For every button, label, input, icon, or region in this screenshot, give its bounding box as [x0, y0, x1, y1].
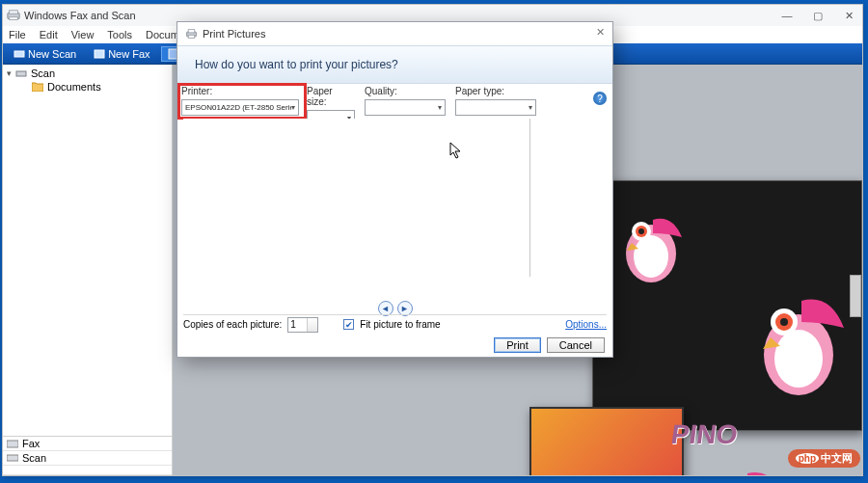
dialog-titlebar: Print Pictures: [177, 22, 612, 45]
menu-view[interactable]: View: [71, 29, 95, 40]
printer-label: Printer:: [181, 86, 299, 96]
sidebar-item-fax[interactable]: Fax: [3, 437, 172, 451]
paper-type-field: Paper type: ▾: [455, 86, 536, 116]
scrollbar-thumb[interactable]: [850, 275, 861, 317]
svg-point-13: [638, 228, 644, 234]
collapse-icon[interactable]: ▾: [7, 68, 12, 78]
dialog-heading: How do you want to print your pictures?: [177, 45, 612, 84]
paper-type-select[interactable]: ▾: [455, 99, 536, 116]
maximize-button[interactable]: ▢: [808, 10, 827, 22]
quality-label: Quality:: [365, 86, 446, 96]
svg-point-18: [780, 318, 788, 326]
watermark-prefix: php: [796, 453, 819, 464]
tree-documents-label: Documents: [47, 81, 101, 93]
svg-rect-2: [10, 17, 18, 20]
fax-icon: [94, 48, 105, 60]
bird-icon-3: [703, 460, 790, 475]
copies-label: Copies of each picture:: [183, 319, 282, 330]
fit-frame-checkbox[interactable]: ✔: [343, 319, 354, 330]
fax-small-icon: [7, 439, 18, 448]
new-fax-label: New Fax: [108, 48, 149, 60]
menu-tools[interactable]: Tools: [107, 29, 132, 40]
menu-edit[interactable]: Edit: [40, 29, 58, 40]
dialog-footer-row: Copies of each picture: 1 ✔ Fit picture …: [183, 314, 607, 334]
new-scan-button[interactable]: New Scan: [7, 46, 83, 62]
tree-root-scan[interactable]: ▾ Scan: [5, 67, 170, 80]
app-title: Windows Fax and Scan: [24, 10, 136, 21]
folder-tree: ▾ Scan Documents: [3, 65, 172, 436]
paper-size-label: Paper size:: [307, 86, 355, 107]
sidebar-spacer: [3, 466, 172, 475]
sidebar-item-scan[interactable]: Scan: [3, 451, 172, 466]
minimize-button[interactable]: —: [777, 10, 797, 22]
svg-rect-1: [10, 11, 18, 14]
chevron-down-icon: ▾: [438, 103, 442, 112]
dialog-close-button[interactable]: ✕: [596, 26, 605, 39]
menu-file[interactable]: File: [9, 29, 26, 40]
dialog-title: Print Pictures: [203, 28, 265, 40]
close-button[interactable]: ✕: [839, 10, 858, 22]
quality-field: Quality: ▾: [365, 86, 446, 116]
print-pictures-dialog: Print Pictures ✕ How do you want to prin…: [176, 21, 613, 358]
copies-value: 1: [290, 319, 296, 330]
chevron-down-icon: ▾: [529, 103, 532, 112]
app-icon: [7, 9, 20, 22]
folder-icon: [32, 82, 43, 92]
preview-poster: MY HERO ACADEMIA THE MOVIE WORLD HEROES …: [529, 407, 684, 475]
svg-point-15: [774, 330, 823, 388]
svg-rect-26: [188, 35, 195, 38]
svg-point-10: [634, 235, 668, 278]
dialog-buttons: Print Cancel: [494, 337, 605, 353]
new-fax-button[interactable]: New Fax: [87, 46, 156, 62]
bird-icon-2: [746, 278, 852, 403]
sidebar-fax-label: Fax: [22, 438, 40, 449]
printer-value: EPSON01A22D (ET-2850 Series): [185, 103, 291, 112]
copies-spinner[interactable]: 1: [287, 317, 318, 333]
watermark: php中文网: [788, 449, 860, 468]
svg-rect-4: [95, 50, 104, 58]
print-preview-pane: [183, 119, 607, 277]
svg-rect-8: [7, 455, 18, 461]
dialog-body: Printer: EPSON01A22D (ET-2850 Series) ▾ …: [177, 84, 612, 357]
pino-text: PINO: [668, 419, 739, 450]
watermark-text: 中文网: [821, 452, 853, 464]
cancel-button[interactable]: Cancel: [547, 337, 605, 353]
options-link[interactable]: Options...: [565, 319, 607, 330]
fit-frame-label: Fit picture to frame: [360, 319, 440, 330]
new-scan-label: New Scan: [28, 48, 76, 60]
help-icon[interactable]: ?: [593, 92, 607, 105]
bird-icon: [612, 201, 690, 287]
scan-icon: [14, 48, 25, 60]
svg-rect-6: [16, 71, 26, 76]
svg-rect-25: [188, 29, 195, 32]
tree-root-label: Scan: [31, 67, 55, 79]
chevron-down-icon: ▾: [291, 103, 295, 112]
preview-dvd-case: [592, 180, 862, 431]
layout-strip: [529, 119, 607, 277]
paper-type-label: Paper type:: [455, 86, 536, 96]
tree-documents[interactable]: Documents: [5, 80, 170, 94]
scanner-icon: [15, 67, 27, 79]
svg-rect-3: [14, 51, 24, 57]
window-controls: — ▢ ✕: [777, 10, 858, 22]
sidebar-scan-label: Scan: [22, 452, 46, 464]
svg-rect-7: [7, 441, 18, 447]
print-icon: [185, 28, 198, 40]
sidebar-bottom: Fax Scan: [3, 436, 172, 475]
printer-select[interactable]: EPSON01A22D (ET-2850 Series) ▾: [181, 99, 299, 116]
scan-small-icon: [7, 453, 18, 463]
printer-field: Printer: EPSON01A22D (ET-2850 Series) ▾: [181, 86, 299, 116]
print-button[interactable]: Print: [494, 337, 541, 353]
quality-select[interactable]: ▾: [365, 99, 446, 116]
sidebar: ▾ Scan Documents Fax Scan: [3, 65, 173, 475]
